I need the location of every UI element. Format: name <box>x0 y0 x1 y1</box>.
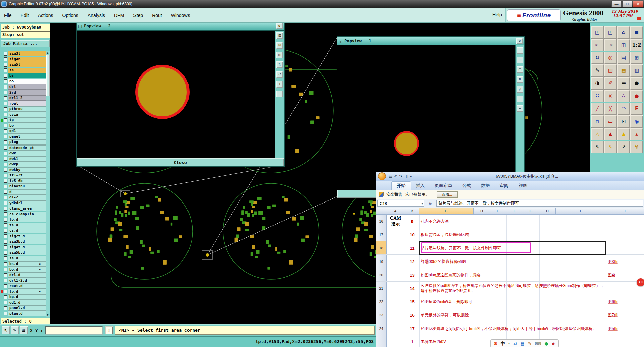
cell-b22[interactable]: 15 <box>405 299 419 304</box>
cell-c19[interactable]: 终端0052的协议解释如图 <box>421 259 604 264</box>
layer-checkbox[interactable] <box>4 74 7 78</box>
cursor-gold-button[interactable]: ↖ <box>604 141 617 153</box>
layer-name-drl1-2.d[interactable]: drl1-2.d <box>8 278 46 283</box>
layer-name-sig5b.d[interactable]: sig5b.d <box>8 250 46 255</box>
layer-name-dwk[interactable]: dwk <box>8 151 46 156</box>
cell-b20[interactable]: 13 <box>405 272 419 277</box>
line-45-button[interactable]: ╱ <box>591 103 604 115</box>
cell-b[interactable]: 1 <box>405 339 419 344</box>
layer-stack-button[interactable]: ≡ <box>630 26 643 39</box>
layer-checkbox[interactable] <box>4 174 7 177</box>
layer-checkbox[interactable] <box>4 79 7 83</box>
popview1-close-icon[interactable]: × <box>516 38 523 44</box>
redo-icon[interactable]: ↷ <box>399 174 402 179</box>
menu-analysis[interactable]: Analysis <box>88 13 105 18</box>
layer-checkbox[interactable] <box>4 57 7 61</box>
cell-link-23[interactable]: 图7(fi <box>608 312 644 318</box>
layer-checkbox[interactable] <box>4 201 7 205</box>
layer-name-dwkby[interactable]: dwkby <box>8 167 46 173</box>
target-pad-button[interactable]: ◉ <box>630 115 643 128</box>
cursor-alt-button[interactable]: ↗ <box>617 141 630 153</box>
layer-name-rout[interactable]: rout <box>8 101 46 106</box>
layer-checkbox[interactable] <box>4 212 7 216</box>
delete-item-button[interactable]: × <box>604 90 617 102</box>
edit-pencil-button[interactable]: ✎ <box>591 64 604 77</box>
popview-tool-6-button[interactable]: + <box>517 96 523 102</box>
select-arrow-button[interactable]: ↖ <box>2 326 10 334</box>
layer-checkbox[interactable] <box>4 218 7 222</box>
layer-name-ydkdrl[interactable]: ydkdrl <box>8 200 46 206</box>
select-all-corner[interactable] <box>376 208 386 215</box>
undo-icon[interactable]: ↶ <box>394 174 397 179</box>
menu-edit[interactable]: Edit <box>21 13 29 18</box>
close-button[interactable]: × <box>633 1 643 7</box>
layer-name-bp[interactable]: bp <box>8 123 46 128</box>
layer-checkbox[interactable] <box>4 284 7 288</box>
lightning-net-button[interactable]: ↯ <box>630 141 643 153</box>
draw-tool-button[interactable]: ✎ <box>11 326 19 334</box>
grid-toggle-button[interactable]: ⊞ <box>630 52 643 64</box>
layer-checkbox[interactable] <box>4 295 7 299</box>
layer-name-sig3t[interactable]: sig3t <box>8 51 46 56</box>
menu-windows[interactable]: Windows <box>171 13 190 18</box>
ime-toolbar[interactable]: S中·⇄▦✎⌨●◆ <box>490 339 559 347</box>
popview-tool-2-button[interactable]: ⊞ <box>517 57 523 63</box>
record-marker-button[interactable]: ● <box>630 90 643 102</box>
row-header-24[interactable]: 24 <box>376 322 387 335</box>
security-options-button[interactable]: 选项... <box>437 191 458 198</box>
layer-name-dwk1[interactable]: dwk1 <box>8 156 46 162</box>
layer-name-panel.d[interactable]: panel.d <box>8 305 46 311</box>
popview-tool-5-button[interactable]: ⇄ <box>276 71 283 78</box>
popview2-close-icon[interactable]: × <box>276 23 283 29</box>
cell-b17[interactable]: 10 <box>405 232 419 237</box>
tray-green-icon[interactable]: ● <box>544 341 548 346</box>
formula-input[interactable]: 贴片层与线路、开窗不一致，按文件制作即可 <box>436 200 643 207</box>
ime-board-icon[interactable]: ▦ <box>520 341 524 346</box>
layer-name-panel[interactable]: panel <box>8 134 46 139</box>
layer-checkbox[interactable] <box>4 234 7 238</box>
popview-tool-3-button[interactable]: ◫ <box>276 52 283 58</box>
layer-checkbox[interactable] <box>4 190 7 194</box>
small-pad-button[interactable]: ▫ <box>591 115 604 128</box>
layer-name-drl[interactable]: drl <box>8 84 46 90</box>
menu-help[interactable]: Help <box>492 12 502 17</box>
cell-b19[interactable]: 12 <box>405 259 419 264</box>
menu-file[interactable]: File <box>4 13 12 18</box>
layer-name-d[interactable]: d <box>8 189 46 195</box>
cell-b23[interactable]: 16 <box>405 312 419 317</box>
hatch-fill-button[interactable]: ▨ <box>604 64 617 77</box>
split-view-button[interactable]: ◫ <box>617 39 630 51</box>
alert-button[interactable]: ! <box>105 326 113 334</box>
layer-checkbox[interactable] <box>4 223 7 227</box>
popview-tool-4-button[interactable]: ⇅ <box>517 76 523 83</box>
ribbon-tab-4[interactable]: 公式 <box>457 182 476 190</box>
layer-name-2rd[interactable]: 2rd <box>8 90 46 95</box>
layer-name-tp[interactable]: tp <box>8 117 46 123</box>
layer-checkbox[interactable] <box>4 306 7 310</box>
excel-titlebar[interactable]: ▤↶↷◫▾ 6V005YBMA0-预审指示.xls [兼容... <box>376 172 644 181</box>
row-header-19[interactable]: 19 <box>376 255 387 268</box>
cell-b18[interactable]: 11 <box>405 245 419 250</box>
popview2-viewport[interactable]: ⊡⊞◫⇅⇄+− <box>77 31 284 158</box>
layer-checkbox[interactable] <box>4 245 7 249</box>
xy-input[interactable] <box>45 326 103 335</box>
contrast-view-button[interactable]: ◑ <box>591 77 604 90</box>
menu-step[interactable]: Step <box>133 13 143 18</box>
layer-name-fz1-2t[interactable]: fz1-2t <box>8 173 46 178</box>
layer-name-dwkp[interactable]: dwkp <box>8 162 46 167</box>
layer-checkbox[interactable] <box>4 251 7 255</box>
scroll-thumb[interactable] <box>46 55 50 96</box>
cell-c21[interactable]: 客户提供的pdf图纸中，桥连邮票孔位置的筋长不满足我司规范，请按照桥连筋长3mm… <box>421 283 604 293</box>
home-view-button[interactable]: ⌂ <box>617 26 630 39</box>
pause-icon[interactable] <box>637 16 641 22</box>
select-points-button[interactable]: ∷ <box>591 90 604 102</box>
cell-c24[interactable]: 如图此类焊盘之间间距小于5mil的，不保证阻焊桥；间距大于等于5mil的，极限削… <box>421 326 604 331</box>
popview-tool-5-button[interactable]: ⇄ <box>517 86 523 93</box>
cell-c17[interactable]: 板边需包金，包括铣槽区域 <box>421 232 604 237</box>
layer-checkbox[interactable] <box>4 163 7 166</box>
layer-checkbox[interactable] <box>4 124 7 127</box>
layer-checkbox[interactable] <box>4 179 7 183</box>
column-header-B[interactable]: B <box>405 208 419 215</box>
layer-checkbox[interactable] <box>4 312 7 315</box>
cell-c16[interactable]: 孔内不允许入油 <box>421 219 604 224</box>
